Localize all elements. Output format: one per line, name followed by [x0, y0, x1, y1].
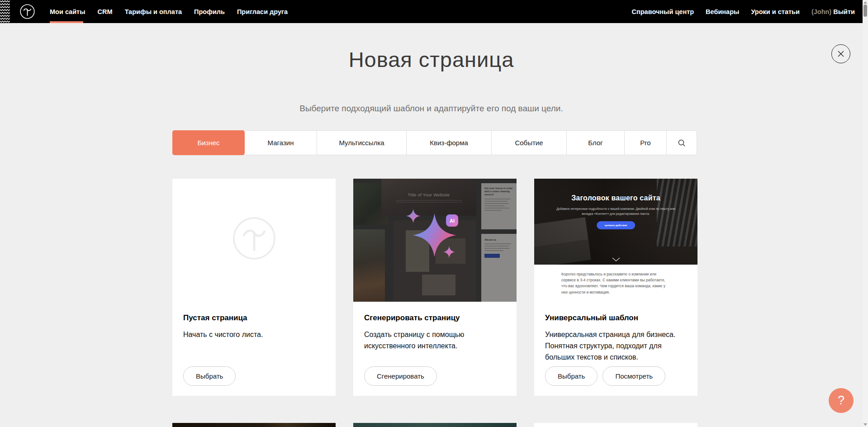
active-nav-underline — [50, 21, 83, 23]
template-card-partial[interactable] — [534, 423, 697, 427]
page-title: Новая страница — [0, 47, 863, 72]
nav-item-profile[interactable]: Профиль — [194, 8, 225, 15]
tab-multilink[interactable]: Мультиссылка — [317, 131, 407, 155]
preview-subtext: Добавьте интересные подробности о вашей … — [550, 207, 681, 217]
ai-sparkle-tiny-icon — [443, 246, 455, 258]
card-actions: Сгенерировать — [364, 366, 437, 386]
card-blank-page[interactable]: Пустая страница Начать с чистого листа. … — [172, 179, 336, 396]
card-ai-generate[interactable]: Title of Your Website Get your house in … — [353, 179, 517, 396]
preview-cta-button: целевое действие — [597, 221, 636, 229]
tilda-watermark-icon — [232, 217, 276, 260]
tab-pro[interactable]: Pro — [625, 131, 667, 155]
blank-page-preview — [172, 179, 336, 302]
ai-badge: AI — [446, 214, 458, 227]
scrollbar-thumb[interactable] — [863, 5, 867, 17]
card-body: Пустая страница Начать с чистого листа. — [172, 302, 336, 341]
scrollbar-up-arrow[interactable] — [863, 1, 867, 4]
nav-item-pricing[interactable]: Тарифы и оплата — [125, 8, 182, 15]
preview-body: Коротко представьтесь и расскажите о ком… — [534, 265, 697, 302]
screen: Мои сайты CRM Тарифы и оплата Профиль Пр… — [0, 0, 868, 427]
template-cards-row: Пустая страница Начать с чистого листа. … — [172, 179, 697, 396]
choose-button[interactable]: Выбрать — [183, 366, 236, 386]
nav-item-help-center[interactable]: Справочный центр — [632, 8, 694, 15]
user-logout: (John) Выйти — [811, 8, 855, 15]
card-description: Создать страницу с помощью искусственног… — [364, 329, 506, 352]
template-category-tabs: Бизнес Магазин Мультиссылка Квиз-форма С… — [172, 130, 697, 155]
nav-item-lessons[interactable]: Уроки и статьи — [751, 8, 799, 15]
card-actions: Выбрать — [183, 366, 236, 386]
search-icon — [678, 139, 686, 147]
page-subtitle: Выберите подходящий шаблон и адаптируйте… — [0, 104, 863, 114]
card-title: Пустая страница — [183, 313, 325, 323]
tab-blog[interactable]: Блог — [567, 131, 625, 155]
template-card-partial[interactable] — [172, 423, 336, 427]
nav-right: Справочный центр Вебинары Уроки и статьи… — [632, 0, 855, 23]
nav-item-webinars[interactable]: Вебинары — [706, 8, 739, 15]
card-title: Сгенерировать страницу — [364, 313, 506, 323]
scrollbar-down-arrow[interactable] — [863, 423, 867, 426]
card-title: Универсальный шаблон — [545, 313, 687, 323]
chevron-down-icon — [612, 257, 620, 261]
nav-item-invite-friend[interactable]: Пригласи друга — [237, 8, 288, 15]
tab-quiz-form[interactable]: Квиз-форма — [407, 131, 492, 155]
generate-button[interactable]: Сгенерировать — [364, 366, 437, 386]
nav-item-my-sites[interactable]: Мои сайты — [50, 8, 85, 15]
logout-link[interactable]: Выйти — [833, 8, 855, 15]
card-description: Универсальная страница для бизнеса. Поня… — [545, 329, 687, 363]
view-button[interactable]: Посмотреть — [602, 366, 665, 386]
tilda-logo-icon[interactable] — [20, 4, 35, 19]
card-body: Универсальный шаблон Универсальная стран… — [534, 302, 697, 363]
card-universal-template[interactable]: Заголовок вашего сайта Добавьте интересн… — [534, 179, 697, 396]
card-body: Сгенерировать страницу Создать страницу … — [353, 302, 517, 352]
top-navbar: Мои сайты CRM Тарифы и оплата Профиль Пр… — [0, 0, 868, 23]
ai-collage-preview: Title of Your Website Get your house in … — [353, 179, 517, 302]
template-card-partial[interactable] — [353, 423, 517, 427]
nav-item-crm[interactable]: CRM — [98, 8, 113, 15]
preview-body-text: Коротко представьтесь и расскажите о ком… — [561, 271, 670, 295]
help-button[interactable]: ? — [829, 388, 854, 413]
preview-hero: Заголовок вашего сайта Добавьте интересн… — [534, 179, 697, 265]
card-description: Начать с чистого листа. — [183, 329, 325, 341]
user-name: (John) — [811, 8, 831, 15]
zigzag-decoration — [0, 0, 10, 23]
tab-store[interactable]: Магазин — [245, 131, 317, 155]
tab-business[interactable]: Бизнес — [172, 130, 245, 155]
universal-template-preview: Заголовок вашего сайта Добавьте интересн… — [534, 179, 697, 302]
nav-left: Мои сайты CRM Тарифы и оплата Профиль Пр… — [50, 0, 288, 23]
preview-heading: Заголовок вашего сайта — [534, 194, 697, 202]
tab-event[interactable]: Событие — [492, 131, 567, 155]
template-cards-row-2 — [172, 423, 697, 427]
card-actions: Выбрать Посмотреть — [545, 366, 665, 386]
scrollbar[interactable] — [863, 0, 868, 427]
tab-search[interactable] — [667, 131, 696, 155]
choose-button[interactable]: Выбрать — [545, 366, 598, 386]
